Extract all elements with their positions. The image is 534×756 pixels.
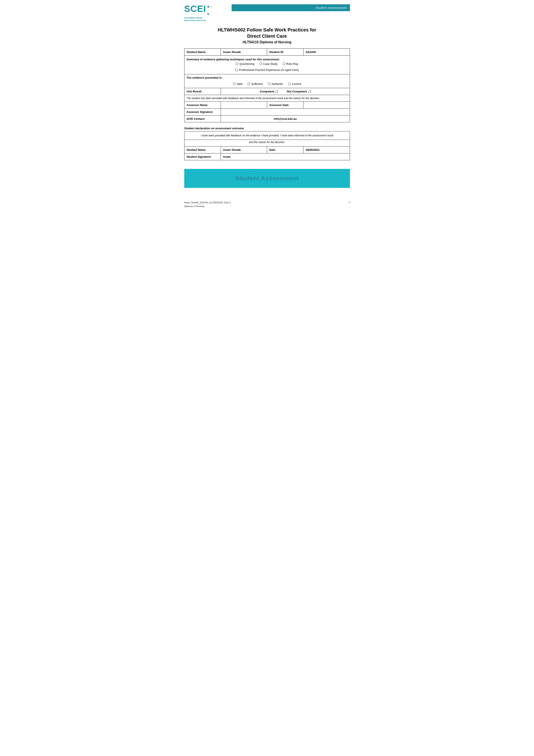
evidence-options-row1: Questioning Case Study Role Play: [184, 61, 350, 68]
decl-signature-value: Anam: [221, 153, 350, 160]
scei-logo-text: SCEI: [184, 4, 206, 14]
not-competent-radio[interactable]: [308, 90, 311, 93]
competent-radio[interactable]: [275, 90, 278, 93]
not-competent-label: Not Competent: [287, 90, 307, 93]
decl-date-label: Date: [267, 147, 303, 153]
student-id-label: Student ID:: [267, 48, 303, 55]
role-play-radio[interactable]: [283, 63, 285, 65]
evidence-presented-label: The evidence presented is:: [184, 74, 350, 81]
declaration-text-line2: and the reason for the decision.: [184, 140, 350, 147]
not-competent-option[interactable]: Not Competent: [287, 90, 311, 93]
scei-contact-row: SCEI Contact: info@scei.edu.au: [184, 116, 350, 122]
scei-contact-label: SCEI Contact:: [184, 116, 221, 122]
current-radio[interactable]: [288, 83, 291, 85]
logo-wrap: SCEI ★ ★ ☆ ★: [184, 4, 227, 16]
star-outline-icon: ☆: [207, 9, 210, 12]
subtitle: HLT54115 Diploma of Nursing: [184, 40, 350, 44]
evidence-presented-options-row: Valid Sufficient Authentic Current: [184, 81, 350, 88]
star-small-icon: ★: [211, 5, 213, 8]
page-footer: Anam Shoaib_SA2430_HLTWHS002 Task 2 Dipl…: [184, 201, 350, 208]
evidence-summary-label: Summary of evidence gathering techniques…: [184, 55, 350, 61]
declaration-section: Student declaration on assessment outcom…: [184, 127, 350, 160]
scei-contact-value: info@scei.edu.au: [221, 116, 350, 122]
footer-page: 1: [348, 201, 350, 208]
case-study-option[interactable]: Case Study: [259, 62, 277, 66]
evidence-summary-row: Summary of evidence gathering techniques…: [184, 55, 350, 61]
assessor-name-date-row: Assessor Name Assessor Date: [184, 102, 350, 109]
student-name-value: Anam Shoaib: [221, 48, 267, 55]
ppe-option[interactable]: Professional Practice Experience (O Aged…: [235, 68, 299, 71]
authentic-label: Authentic: [271, 82, 283, 86]
assessor-name-value[interactable]: [221, 102, 267, 109]
valid-option[interactable]: Valid: [233, 82, 242, 86]
decl-name-value: Anam Shoaib: [221, 147, 267, 153]
footer-line2: Diploma of Nursing: [184, 204, 231, 208]
star-big-icon: ★: [207, 5, 210, 9]
evidence-options-row2: Professional Practice Experience (O Aged…: [184, 68, 350, 74]
main-assessment-table: Student Name: Anam Shoaib Student ID: SA…: [184, 48, 350, 122]
sufficient-option[interactable]: Sufficient: [247, 82, 263, 86]
main-title: HLTWHS002 Follow Safe Work Practices for…: [184, 27, 350, 39]
questioning-radio[interactable]: [236, 63, 238, 65]
logo-stars: ★ ★ ☆ ★: [207, 5, 213, 16]
current-label: Current: [292, 82, 301, 86]
footer-line1: Anam Shoaib_SA2430_HLTWHS002 Task 2: [184, 201, 231, 204]
assessor-signature-value[interactable]: [221, 109, 350, 116]
role-play-option[interactable]: Role Play: [283, 62, 298, 66]
declaration-text-line1: I have been provided with feedback on th…: [184, 131, 350, 140]
unit-result-row: Unit Result: Competent Not Competent: [184, 88, 350, 95]
assessor-name-label: Assessor Name: [184, 102, 221, 109]
declaration-title: Student declaration on assessment outcom…: [184, 127, 350, 130]
competent-label: Competent: [260, 90, 274, 93]
decl-signature-label: Student Signature:: [184, 153, 221, 160]
student-id-value: SA2430: [303, 48, 350, 55]
star-bottom-icon: ★: [207, 12, 210, 16]
valid-radio[interactable]: [233, 83, 236, 85]
student-name-label: Student Name:: [184, 48, 221, 55]
assessor-signature-label: Assessor Signature: [184, 109, 221, 116]
ppe-radio[interactable]: [235, 69, 238, 71]
decl-name-label: Student Name:: [184, 147, 221, 153]
declaration-name-row: Student Name: Anam Shoaib Date 28/05/202…: [184, 147, 350, 153]
header-banner: Student Assessment: [232, 4, 350, 11]
case-study-label: Case Study: [263, 62, 277, 66]
assessor-date-label: Assessor Date: [267, 102, 303, 109]
sufficient-label: Sufficient: [251, 82, 263, 86]
ppe-label: Professional Practice Experience (O Aged…: [239, 68, 299, 71]
page-header: SCEI ★ ★ ☆ ★ SOUTHERN CROSS EDUCATION IN…: [184, 4, 350, 22]
authentic-radio[interactable]: [268, 83, 270, 85]
role-play-label: Role Play: [286, 62, 298, 66]
title-section: HLTWHS002 Follow Safe Work Practices for…: [184, 27, 350, 44]
assessor-signature-row: Assessor Signature: [184, 109, 350, 116]
questioning-option[interactable]: Questioning: [236, 62, 254, 66]
sa-banner-text: Student Assessment: [236, 175, 299, 182]
declaration-signature-row: Student Signature: Anam: [184, 153, 350, 160]
logo-area: SCEI ★ ★ ☆ ★ SOUTHERN CROSS EDUCATION IN…: [184, 4, 227, 22]
sufficient-radio[interactable]: [247, 83, 250, 85]
valid-label: Valid: [237, 82, 242, 86]
logo-subtitle: SOUTHERN CROSS EDUCATION INSTITUTE: [184, 17, 227, 22]
declaration-table: I have been provided with feedback on th…: [184, 131, 350, 160]
declaration-text-row: I have been provided with feedback on th…: [184, 131, 350, 140]
authentic-option[interactable]: Authentic: [268, 82, 283, 86]
sa-banner: Student Assessment: [184, 169, 350, 188]
student-info-row: Student Name: Anam Shoaib Student ID: SA…: [184, 48, 350, 55]
decl-date-value: 28/05/2021: [303, 147, 350, 153]
footer-left: Anam Shoaib_SA2430_HLTWHS002 Task 2 Dipl…: [184, 201, 231, 208]
feedback-text: The student has been provided with feedb…: [184, 95, 350, 102]
feedback-row: The student has been provided with feedb…: [184, 95, 350, 102]
unit-result-label: Unit Result:: [184, 88, 221, 95]
questioning-label: Questioning: [239, 62, 254, 66]
declaration-text-row2: and the reason for the decision.: [184, 140, 350, 147]
competent-option[interactable]: Competent: [260, 90, 278, 93]
competency-options: Competent Not Competent: [223, 90, 347, 93]
case-study-radio[interactable]: [259, 63, 262, 65]
current-option[interactable]: Current: [288, 82, 301, 86]
evidence-presented-label-row: The evidence presented is:: [184, 74, 350, 81]
assessor-date-value[interactable]: [303, 102, 350, 109]
